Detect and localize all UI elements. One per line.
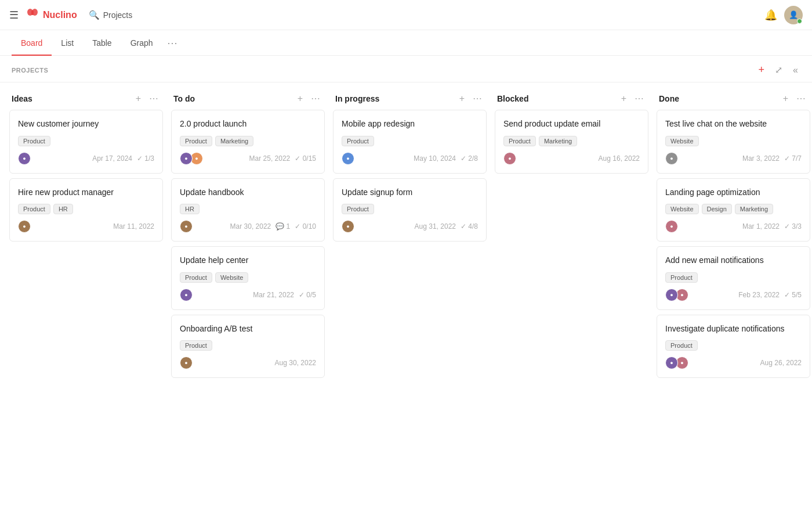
- column-title-blocked: Blocked: [497, 94, 615, 103]
- search-context-label: Projects: [103, 10, 133, 20]
- add-card-button-done[interactable]: +: [781, 92, 791, 105]
- card-date-c3: Mar 25, 2022: [249, 154, 291, 163]
- board-header: PROJECTS + ⤢ «: [0, 56, 812, 82]
- card-date-c9: Aug 16, 2022: [599, 154, 640, 163]
- tab-list[interactable]: List: [52, 30, 83, 56]
- card-footer-c13: ●●Aug 26, 2022: [665, 356, 802, 369]
- card-title-c12: Add new email notifications: [665, 255, 802, 266]
- card-title-c10: Test live chat on the website: [665, 118, 802, 130]
- add-board-item-button[interactable]: +: [756, 63, 767, 77]
- tag-product: Product: [180, 340, 212, 351]
- card-footer-c7: ●May 10, 2024✓ 2/8: [342, 152, 478, 165]
- card-c11[interactable]: Landing page optimizationWebsiteDesignMa…: [657, 178, 810, 242]
- column-more-button-blocked[interactable]: ⋯: [632, 92, 646, 105]
- card-date-c11: Mar 1, 2022: [742, 222, 780, 230]
- card-avatar-c12-0: ●: [665, 289, 678, 301]
- card-c2[interactable]: Hire new product managerProductHR●Mar 11…: [9, 178, 163, 242]
- column-more-button-ideas[interactable]: ⋯: [147, 92, 161, 105]
- card-date-c5: Mar 21, 2022: [253, 291, 294, 299]
- card-meta-c12: Feb 23, 2022✓ 5/5: [738, 291, 802, 299]
- card-date-c4: Mar 30, 2022: [230, 222, 271, 230]
- tag-marketing: Marketing: [215, 136, 253, 146]
- card-avatars-c11: ●: [665, 220, 676, 233]
- card-title-c2: Hire new product manager: [18, 187, 154, 199]
- card-c12[interactable]: Add new email notificationsProduct●●Feb …: [657, 246, 810, 310]
- card-c10[interactable]: Test live chat on the websiteWebsite●Mar…: [657, 110, 810, 174]
- card-avatar-c11-0: ●: [665, 220, 678, 233]
- logo-text: Nuclino: [43, 10, 77, 20]
- card-avatar-c2-0: ●: [18, 220, 31, 233]
- column-header-todo: To do+⋯: [171, 88, 325, 110]
- logo[interactable]: Nuclino: [26, 6, 77, 24]
- user-avatar-button[interactable]: 👤: [784, 6, 803, 24]
- card-footer-c10: ●Mar 3, 2022✓ 7/7: [665, 152, 802, 165]
- card-c8[interactable]: Update signup formProduct●Aug 31, 2022✓ …: [333, 178, 487, 242]
- card-tags-c8: Product: [342, 204, 478, 214]
- tab-graph[interactable]: Graph: [121, 30, 162, 56]
- card-avatars-c5: ●: [180, 289, 190, 301]
- collapse-board-button[interactable]: «: [791, 64, 800, 77]
- search-area[interactable]: 🔍 Projects: [89, 10, 133, 20]
- card-meta-c8: Aug 31, 2022✓ 4/8: [415, 222, 478, 230]
- column-more-button-done[interactable]: ⋯: [794, 92, 808, 105]
- card-meta-c4: Mar 30, 2022💬 1✓ 0/10: [230, 222, 316, 230]
- card-check-c7: ✓ 2/8: [461, 154, 478, 163]
- card-avatars-c7: ●: [342, 152, 352, 165]
- card-avatar-c6-0: ●: [180, 356, 193, 369]
- tag-product: Product: [18, 136, 50, 146]
- card-title-c8: Update signup form: [342, 187, 478, 199]
- projects-label: PROJECTS: [12, 67, 756, 74]
- tag-product: Product: [342, 204, 374, 214]
- card-tags-c6: Product: [180, 340, 316, 351]
- add-card-button-inprogress[interactable]: +: [457, 92, 467, 105]
- card-c9[interactable]: Send product update emailProductMarketin…: [495, 110, 648, 174]
- column-more-button-inprogress[interactable]: ⋯: [470, 92, 484, 105]
- card-title-c4: Update handbook: [180, 187, 316, 199]
- card-tags-c11: WebsiteDesignMarketing: [665, 204, 802, 214]
- card-check-c5: ✓ 0/5: [299, 291, 316, 299]
- column-more-button-todo[interactable]: ⋯: [309, 92, 322, 105]
- column-todo: To do+⋯2.0 product launchProductMarketin…: [171, 88, 325, 383]
- card-date-c13: Aug 26, 2022: [760, 359, 802, 367]
- tag-design: Design: [702, 204, 732, 214]
- card-date-c12: Feb 23, 2022: [738, 291, 780, 299]
- notification-bell-icon[interactable]: 🔔: [764, 9, 777, 21]
- card-tags-c13: Product: [665, 340, 802, 351]
- card-check-c4: ✓ 0/10: [295, 222, 316, 230]
- brain-icon: [26, 6, 39, 24]
- card-c1[interactable]: New customer journeyProduct●Apr 17, 2024…: [9, 110, 163, 174]
- card-avatars-c4: ●: [180, 220, 190, 233]
- expand-board-button[interactable]: ⤢: [773, 63, 785, 77]
- tabs-more-icon[interactable]: ⋯: [162, 31, 182, 55]
- card-meta-c9: Aug 16, 2022: [599, 154, 640, 163]
- card-c13[interactable]: Investigate duplicate notificationsProdu…: [657, 315, 810, 379]
- card-avatar-c1-0: ●: [18, 152, 31, 165]
- tab-board[interactable]: Board: [12, 30, 52, 56]
- add-card-button-blocked[interactable]: +: [619, 92, 629, 105]
- card-c5[interactable]: Update help centerProductWebsite●Mar 21,…: [171, 246, 325, 310]
- card-tags-c3: ProductMarketing: [180, 136, 316, 146]
- add-card-button-todo[interactable]: +: [295, 92, 305, 105]
- card-c6[interactable]: Onboarding A/B testProduct●Aug 30, 2022: [171, 315, 325, 379]
- card-footer-c9: ●Aug 16, 2022: [503, 152, 640, 165]
- tag-product: Product: [180, 136, 212, 146]
- card-meta-c11: Mar 1, 2022✓ 3/3: [742, 222, 802, 230]
- card-c4[interactable]: Update handbookHR●Mar 30, 2022💬 1✓ 0/10: [171, 178, 325, 242]
- column-header-blocked: Blocked+⋯: [495, 88, 648, 110]
- card-meta-c3: Mar 25, 2022✓ 0/15: [249, 154, 316, 163]
- card-tags-c10: Website: [665, 136, 802, 146]
- column-done: Done+⋯Test live chat on the websiteWebsi…: [657, 88, 810, 383]
- add-card-button-ideas[interactable]: +: [133, 92, 143, 105]
- card-meta-c13: Aug 26, 2022: [760, 359, 802, 367]
- card-avatars-c2: ●: [18, 220, 28, 233]
- tag-marketing: Marketing: [735, 204, 773, 214]
- card-c3[interactable]: 2.0 product launchProductMarketing●●Mar …: [171, 110, 325, 174]
- card-c7[interactable]: Mobile app redesignProduct●May 10, 2024✓…: [333, 110, 487, 174]
- menu-icon[interactable]: ☰: [9, 9, 19, 21]
- card-tags-c4: HR: [180, 204, 316, 214]
- card-footer-c11: ●Mar 1, 2022✓ 3/3: [665, 220, 802, 233]
- card-footer-c3: ●●Mar 25, 2022✓ 0/15: [180, 152, 316, 165]
- tag-product: Product: [503, 136, 536, 146]
- tag-product: Product: [180, 272, 212, 283]
- tab-table[interactable]: Table: [83, 30, 121, 56]
